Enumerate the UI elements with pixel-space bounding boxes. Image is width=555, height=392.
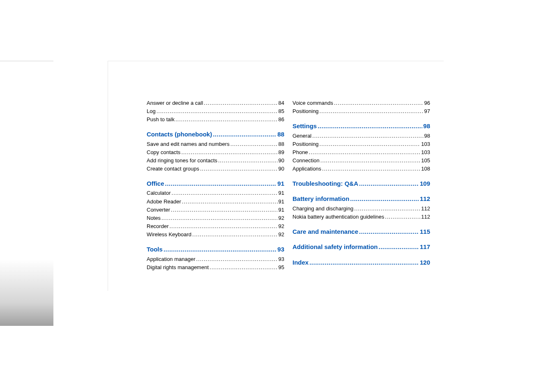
toc-label: General (292, 132, 311, 140)
toc-section-link[interactable]: Index120 (292, 258, 430, 267)
toc-label: Applications (292, 165, 321, 173)
toc-label: Index (292, 258, 309, 267)
toc-leader-dots (321, 165, 420, 173)
toc-label: Office (147, 179, 164, 188)
toc-leader-dots (384, 213, 420, 221)
toc-page-number: 92 (278, 214, 284, 222)
toc-page-number: 105 (420, 157, 430, 165)
toc-page-number: 109 (419, 179, 430, 188)
toc-entry[interactable]: Digital rights management95 (147, 263, 284, 272)
toc-entry[interactable]: Add ringing tones for contacts90 (147, 157, 284, 165)
toc-section-link[interactable]: Contacts (phonebook)88 (147, 129, 284, 139)
toc-leader-dots (353, 205, 420, 213)
toc-leader-dots (171, 189, 278, 197)
toc-label: Settings (292, 121, 317, 131)
toc-leader-dots (217, 157, 278, 165)
sidebar-tab-gradient (0, 61, 53, 392)
toc-page-number: 93 (276, 244, 284, 254)
toc-leader-dots (199, 165, 278, 173)
toc-page-number: 117 (419, 242, 430, 251)
toc-entry[interactable]: Converter91 (147, 206, 284, 214)
toc-leader-dots (212, 129, 276, 139)
toc-leader-dots (196, 255, 278, 263)
toc-label: Battery information (292, 194, 349, 203)
toc-page-number: 115 (419, 227, 430, 236)
toc-page-number: 98 (422, 121, 430, 131)
toc-entry[interactable]: Application manager93 (147, 255, 284, 263)
toc-section-link[interactable]: Settings98 (292, 121, 430, 131)
toc-label: Calculator (147, 189, 171, 197)
toc-page-number: 112 (419, 194, 430, 203)
toc-label: Voice commands (292, 99, 333, 107)
toc-page-number: 90 (278, 165, 284, 173)
toc-entry[interactable]: Calculator91 (147, 189, 284, 197)
toc-entry[interactable]: Applications108 (292, 165, 430, 173)
toc-label: Log (147, 107, 156, 115)
toc-leader-dots (156, 107, 278, 115)
toc-column-right: Voice commands96Positioning97Settings98G… (292, 99, 430, 291)
toc-page-number: 84 (278, 99, 284, 107)
toc-entry[interactable]: Copy contacts89 (147, 148, 284, 157)
toc-section-link[interactable]: Battery information112 (292, 194, 430, 203)
toc-entry[interactable]: Push to talk86 (147, 115, 284, 124)
toc-label: Positioning (292, 107, 319, 115)
toc-entry[interactable]: Notes92 (147, 214, 284, 222)
toc-leader-dots (308, 148, 421, 157)
toc-entry[interactable]: General98 (292, 132, 430, 140)
toc-label: Wireless Keyboard (147, 231, 191, 239)
toc-leader-dots (230, 140, 278, 148)
toc-label: Copy contacts (147, 148, 180, 157)
toc-entry[interactable]: Save and edit names and numbers88 (147, 140, 284, 148)
toc-label: Answer or decline a call (147, 99, 203, 107)
toc-entry[interactable]: Positioning103 (292, 140, 430, 148)
toc-leader-dots (309, 258, 419, 267)
toc-section-link[interactable]: Office91 (147, 179, 284, 188)
toc-page-number: 95 (278, 263, 284, 272)
toc-section-link[interactable]: Troubleshooting: Q&A109 (292, 179, 430, 188)
toc-section-link[interactable]: Tools93 (147, 244, 284, 254)
toc-label: Charging and discharging (292, 205, 353, 213)
toc-entry[interactable]: Charging and discharging112 (292, 205, 430, 213)
toc-page-number: 96 (424, 99, 430, 107)
toc-page-number: 91 (276, 179, 284, 188)
toc-leader-dots (170, 206, 277, 214)
toc-label: Digital rights management (147, 263, 209, 272)
toc-page-number: 91 (278, 198, 284, 206)
toc-entry[interactable]: Connection105 (292, 157, 430, 165)
toc-leader-dots (168, 222, 277, 231)
toc-leader-dots (164, 179, 277, 188)
toc-column-left: Answer or decline a call84Log85Push to t… (147, 99, 284, 291)
toc-entry[interactable]: Adobe Reader91 (147, 198, 284, 206)
toc-leader-dots (163, 244, 276, 254)
toc-leader-dots (203, 99, 277, 107)
toc-section-link[interactable]: Care and maintenance115 (292, 227, 430, 236)
toc-leader-dots (378, 242, 419, 251)
toc-page-number: 120 (419, 258, 430, 267)
toc-page-number: 91 (278, 206, 284, 214)
toc-label: Phone (292, 148, 308, 157)
toc-entry[interactable]: Log85 (147, 107, 284, 115)
toc-page-number: 90 (278, 157, 284, 165)
toc-entry[interactable]: Answer or decline a call84 (147, 99, 284, 107)
toc-section-link[interactable]: Additional safety information117 (292, 242, 430, 251)
toc-leader-dots (319, 107, 424, 115)
toc-entry[interactable]: Phone103 (292, 148, 430, 157)
toc-label: Nokia battery authentication guidelines (292, 213, 384, 221)
toc-entry[interactable]: Wireless Keyboard92 (147, 231, 284, 239)
toc-entry[interactable]: Voice commands96 (292, 99, 430, 107)
toc-leader-dots (209, 263, 278, 272)
toc-entry[interactable]: Create contact groups90 (147, 165, 284, 173)
toc-leader-dots (333, 99, 424, 107)
toc-leader-dots (319, 140, 421, 148)
toc-page-number: 85 (278, 107, 284, 115)
toc-page-number: 92 (278, 231, 284, 239)
toc-entry[interactable]: Recorder92 (147, 222, 284, 231)
toc-page-number: 92 (278, 222, 284, 231)
toc-entry[interactable]: Nokia battery authentication guidelines1… (292, 213, 430, 221)
toc-page-number: 88 (276, 129, 284, 139)
toc-label: Troubleshooting: Q&A (292, 179, 358, 188)
toc-entry[interactable]: Positioning97 (292, 107, 430, 115)
toc-page-number: 91 (278, 189, 284, 197)
toc-label: Additional safety information (292, 242, 378, 251)
toc-leader-dots (349, 194, 419, 203)
